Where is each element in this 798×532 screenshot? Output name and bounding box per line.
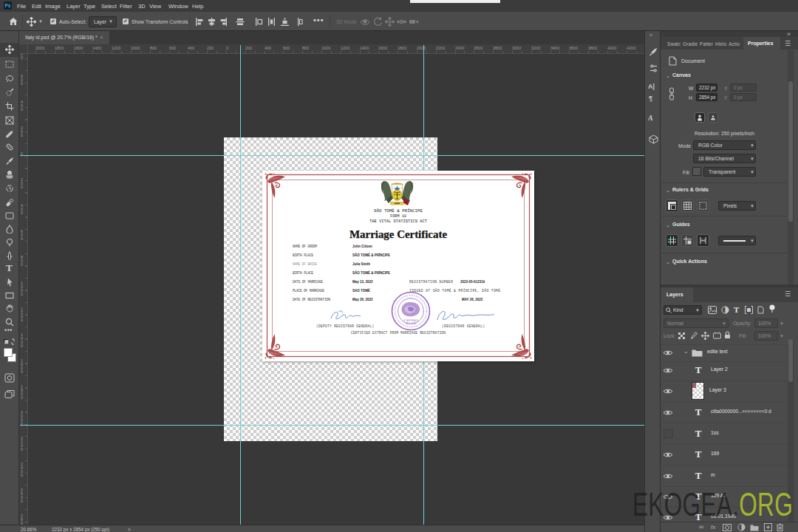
svg-text:Marriage Certificate: Marriage Certificate (349, 228, 447, 240)
svg-text:THE VITAL STATISTICS ACT: THE VITAL STATISTICS ACT (369, 219, 427, 223)
svg-text:BIRTH PLACE: BIRTH PLACE (293, 271, 313, 275)
svg-text:DATE OF MARRIAGE: DATE OF MARRIAGE (293, 280, 323, 284)
svg-text:PLACE OF MARRIAGE: PLACE OF MARRIAGE (293, 289, 324, 293)
svg-text:SÃO TOMÉ & PRÍNCIPE: SÃO TOMÉ & PRÍNCIPE (374, 208, 423, 213)
svg-text:2022-05-012319: 2022-05-012319 (460, 280, 485, 284)
svg-text:BIRTH PLACE: BIRTH PLACE (293, 253, 313, 257)
svg-text:May 13, 2022: May 13, 2022 (352, 280, 373, 284)
svg-text:John Citizen: John Citizen (352, 245, 372, 248)
svg-text:(DEPUTY REGISTRAR GENERAL): (DEPUTY REGISTRAR GENERAL) (316, 324, 374, 328)
svg-text:DATE OF REGISTRATION: DATE OF REGISTRATION (293, 298, 330, 301)
svg-text:SÃO TOMÉ & PRÍNCIPE: SÃO TOMÉ & PRÍNCIPE (352, 252, 390, 257)
svg-text:NAME OF BRIDE: NAME OF BRIDE (293, 262, 317, 266)
svg-text:MAY 26, 2022: MAY 26, 2022 (462, 298, 483, 301)
svg-text:REGISTRATION NUMBER: REGISTRATION NUMBER (409, 280, 453, 284)
svg-text:ISSUED AT SÃO TOMÉ & PRÍNCIPE,: ISSUED AT SÃO TOMÉ & PRÍNCIPE, SÃO TOMÉ (409, 288, 500, 293)
svg-text:FORM 18: FORM 18 (390, 214, 406, 218)
svg-text:Julia Smith: Julia Smith (352, 262, 370, 266)
svg-text:(REGISTRAR GENERAL): (REGISTRAR GENERAL) (442, 324, 485, 328)
svg-text:SAO TOMÉ: SAO TOMÉ (352, 287, 370, 293)
svg-text:CERTIFIED EXTRACT FROM MARRIAG: CERTIFIED EXTRACT FROM MARRIAGE REGISTRA… (351, 331, 446, 335)
svg-text:SÃO TOMÉ & PRÍNCIPE: SÃO TOMÉ & PRÍNCIPE (352, 270, 390, 275)
svg-text:May 26, 2022: May 26, 2022 (352, 298, 373, 301)
svg-text:NAME OF GROOM: NAME OF GROOM (293, 245, 317, 248)
svg-text:SAO TOME: SAO TOME (406, 322, 417, 325)
